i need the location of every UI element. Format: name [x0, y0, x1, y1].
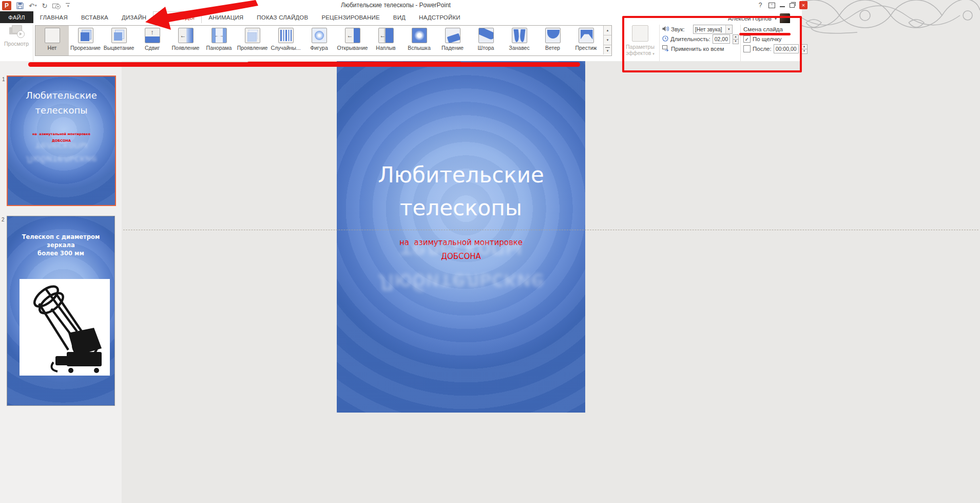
slide-number-2: 2 [2, 217, 5, 222]
curtains-transition-icon [512, 28, 527, 43]
effect-options-label-2: эффектов [626, 50, 651, 56]
effect-options-button[interactable]: Параметры эффектов ▾ [622, 25, 658, 57]
preview-button[interactable]: Просмотр [2, 25, 31, 47]
flash-transition-icon [412, 28, 427, 43]
horizontal-guide [123, 230, 978, 230]
advance-slide-caption: Смена слайда [743, 26, 783, 32]
account-menu[interactable]: Алексей Горлов ▾ [728, 13, 790, 24]
slide-thumbnail-panel: 1 Любительские телескопы на азимутальной… [0, 61, 122, 503]
apply-to-all-button[interactable]: Применить ко всем [671, 46, 724, 52]
spin-down-button[interactable]: ▼ [801, 49, 808, 54]
transition-drape[interactable]: Штора [469, 26, 503, 55]
ribbon: Просмотр Просмотр НетПрорезаниеВыцветани… [0, 23, 802, 61]
shape-transition-icon [312, 28, 327, 43]
thumb1-title: Любительские телескопы [8, 88, 115, 118]
slide-canvas[interactable]: Любительские телескопы на азимутальной м… [337, 61, 585, 413]
ribbon-display-options-button[interactable]: ^ [768, 3, 775, 8]
redo-button[interactable]: ↻ [42, 1, 47, 10]
transition-label: Вспышка [402, 45, 436, 51]
help-button[interactable]: ? [757, 2, 764, 9]
transition-label: Фигура [302, 45, 336, 51]
slide-editor-area: Любительские телескопы на азимутальной м… [122, 61, 980, 503]
minimize-button[interactable] [780, 4, 785, 7]
transition-wipe[interactable]: Появление [169, 26, 202, 55]
tab-вставка[interactable]: ВСТАВКА [74, 11, 115, 23]
close-button[interactable]: × [799, 1, 808, 9]
transition-cover[interactable]: Наплыв [369, 26, 402, 55]
tab-рецензирование[interactable]: РЕЦЕНЗИРОВАНИЕ [315, 11, 386, 23]
transition-prestige[interactable]: Престиж [569, 26, 603, 55]
drape-transition-icon [478, 28, 494, 43]
transition-wind[interactable]: Ветер [536, 26, 569, 55]
window-controls: ? ^ × [757, 1, 808, 9]
tab-вид[interactable]: ВИД [387, 11, 412, 23]
after-checkbox[interactable] [743, 45, 751, 52]
duration-icon [662, 35, 668, 43]
transition-label: Штора [469, 45, 503, 51]
on-click-checkbox[interactable]: ✓ [743, 35, 751, 43]
thumb1-reflection: Любительские телескопы [8, 139, 115, 166]
save-button[interactable] [16, 1, 24, 10]
slide-title: Любительские телескопы [337, 159, 585, 225]
title-bar: P ↶▾ ↻ ▾ Любительские телескопы - PowerP… [0, 0, 802, 11]
preview-icon [9, 25, 24, 38]
slide-number-1: 1 [2, 77, 5, 82]
transition-cut[interactable]: Прорезание [69, 26, 102, 55]
start-from-beginning-button[interactable] [52, 1, 61, 10]
tab-показ-слайдов[interactable]: ПОКАЗ СЛАЙДОВ [250, 11, 315, 23]
spin-down-button[interactable]: ▼ [733, 39, 739, 44]
duration-spinbox[interactable]: 02,00 [713, 34, 730, 44]
transition-split[interactable]: Панорама [202, 26, 236, 55]
transition-uncover[interactable]: Открывание [336, 26, 369, 55]
gallery-scroll-up-button[interactable]: ▴ [603, 26, 611, 35]
transition-label: Ветер [536, 45, 569, 51]
cut-transition-icon [78, 28, 93, 43]
tab-надстройки[interactable]: НАДСТРОЙКИ [412, 11, 467, 23]
after-spinbox[interactable]: 00:00,00 [774, 44, 799, 53]
sound-combobox[interactable]: [Нет звука] ▾ [693, 25, 733, 34]
sound-icon [662, 26, 669, 33]
transition-label: Случайны... [269, 45, 302, 51]
random-bars-transition-icon [278, 28, 294, 43]
powerpoint-logo-icon: P [2, 1, 11, 10]
fade-transition-icon [111, 28, 127, 43]
window-title: Любительские телескопы - PowerPoint [205, 2, 586, 9]
tab-анимация[interactable]: АНИМАЦИЯ [202, 11, 250, 23]
combo-dropdown-icon[interactable]: ▾ [725, 25, 732, 33]
transition-fall[interactable]: Падение [436, 26, 469, 55]
tab-переходы[interactable]: ПЕРЕХОДЫ [153, 11, 202, 23]
transition-random-bars[interactable]: Случайны... [269, 26, 302, 55]
gallery-expand-button[interactable]: ▾ [603, 45, 611, 54]
transition-reveal[interactable]: Проявление [236, 26, 269, 55]
transition-label: Наплыв [369, 45, 402, 51]
transition-label: Выцветание [102, 45, 136, 51]
thumb1-subtitle-1: на азимутальной монтировке [8, 132, 115, 136]
transition-fade[interactable]: Выцветание [102, 26, 136, 55]
reveal-transition-icon [245, 28, 260, 43]
telescope-image [20, 279, 110, 376]
wind-transition-icon [545, 28, 561, 43]
transition-flash[interactable]: Вспышка [402, 26, 436, 55]
avatar [780, 13, 790, 24]
transition-label: Открывание [336, 45, 369, 51]
transition-shape[interactable]: Фигура [302, 26, 336, 55]
after-spinner-buttons: ▲▼ [801, 44, 808, 53]
transition-push[interactable]: Сдвиг [136, 26, 169, 55]
none-transition-icon [45, 28, 60, 43]
restore-button[interactable] [790, 3, 795, 8]
wipe-transition-icon [178, 28, 194, 43]
slide-title-reflection: Любительские телескопы [337, 234, 585, 297]
customize-qat-button[interactable]: ▾ [66, 1, 70, 10]
tab-дизайн[interactable]: ДИЗАЙН [115, 11, 153, 23]
slide-thumbnail-1[interactable]: Любительские телескопы на азимутальной м… [7, 76, 116, 206]
transition-curtains[interactable]: Занавес [503, 26, 536, 55]
tab-файл[interactable]: ФАЙЛ [0, 11, 33, 23]
undo-button[interactable]: ↶▾ [29, 1, 36, 10]
transition-label: Появление [169, 45, 202, 51]
gallery-scroll-down-button[interactable]: ▾ [603, 35, 611, 45]
gallery-scrollbar: ▴ ▾ ▾ [603, 26, 611, 54]
transition-none[interactable]: Нет [35, 26, 69, 55]
slide-thumbnail-2[interactable]: Телескоп с диаметром зеркала более 300 м… [7, 216, 115, 406]
after-label: После: [753, 46, 772, 52]
tab-главная[interactable]: ГЛАВНАЯ [33, 11, 74, 23]
